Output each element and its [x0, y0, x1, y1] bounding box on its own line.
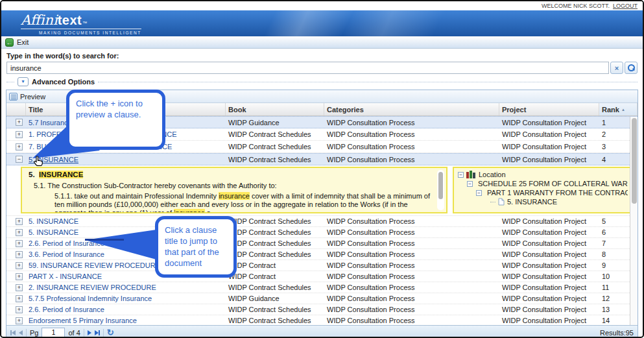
- expander-cell: +: [6, 251, 26, 258]
- page-count-label: of 4: [68, 329, 80, 337]
- expand-icon[interactable]: +: [16, 143, 23, 151]
- categories-cell: WIDP Consultation Process: [324, 228, 499, 236]
- expand-icon[interactable]: +: [16, 131, 23, 138]
- document-icon: [498, 198, 505, 206]
- tree-node-clause[interactable]: 5. INSURANCE: [490, 197, 628, 206]
- column-header-rank[interactable]: Rank▲: [599, 103, 638, 115]
- title-cell: Endorsement 5 Primary Insurance: [26, 317, 226, 324]
- column-header-categories[interactable]: Categories: [324, 103, 499, 115]
- categories-cell: WIDP Consultation Process: [324, 250, 499, 258]
- categories-cell: WIDP Consultation Process: [324, 306, 499, 313]
- logout-link[interactable]: LOGOUT: [613, 3, 638, 9]
- brand-bar: Affinitext™ MAKING DOCUMENTS INTELLIGENT: [1, 10, 643, 36]
- divider: [26, 329, 27, 337]
- search-label: Type in the word(s) to search for:: [1, 49, 643, 61]
- expander-cell: −: [6, 156, 26, 163]
- tree-collapse-icon[interactable]: −: [476, 190, 482, 196]
- callout-preview-clause: Click the + icon to preview a clause.: [66, 90, 165, 150]
- refresh-icon[interactable]: ↻: [107, 328, 114, 337]
- callout-tail: [82, 222, 160, 267]
- expand-icon[interactable]: +: [16, 218, 23, 225]
- clause-title-link[interactable]: 5.7.5 Professional Indemnity Insurance: [29, 295, 152, 302]
- title-cell: 5.7.5 Professional Indemnity Insurance: [26, 295, 226, 302]
- preview-button[interactable]: Preview: [20, 93, 45, 101]
- affinitext-logo: Affinitext™ MAKING DOCUMENTS INTELLIGENT: [21, 12, 141, 35]
- book-cell: WIDP Guidance: [226, 295, 324, 302]
- clause-title-link[interactable]: 2. INSURANCE REVIEW PROCEDURE: [29, 284, 156, 291]
- project-cell: WIDP Consultation Project: [499, 119, 599, 127]
- exit-button[interactable]: Exit: [17, 38, 29, 46]
- clause-title-link[interactable]: 5. INSURANCE: [29, 217, 78, 225]
- next-page-button[interactable]: [88, 330, 91, 335]
- categories-cell: WIDP Consultation Process: [324, 284, 499, 291]
- page-number-input[interactable]: [42, 328, 65, 337]
- column-header-book[interactable]: Book: [226, 103, 324, 115]
- clause-title-link[interactable]: PART X - INSURANCE: [29, 272, 102, 280]
- first-page-button[interactable]: [10, 330, 16, 335]
- book-cell: WIDP Contract Schedules: [226, 228, 324, 236]
- sort-ascending-icon: ▲: [621, 108, 625, 112]
- preview-icon: [9, 93, 18, 101]
- clear-search-button[interactable]: ×: [610, 62, 623, 74]
- highlighted-term: INSURANCE: [39, 171, 83, 178]
- clause-title-link[interactable]: Endorsement 5 Primary Insurance: [29, 317, 137, 324]
- book-cell: WIDP Contract Schedules: [226, 250, 324, 258]
- search-input[interactable]: [6, 62, 609, 74]
- expand-icon[interactable]: +: [16, 317, 23, 324]
- expand-icon[interactable]: +: [16, 229, 23, 236]
- affinitext-search-window: WELCOME NICK SCOTT. LOGOUT Affinitext™ M…: [0, 0, 644, 338]
- logo-text: text: [58, 13, 82, 28]
- collapse-icon[interactable]: −: [16, 156, 23, 163]
- categories-cell: WIDP Consultation Process: [324, 295, 499, 302]
- expander-cell: +: [6, 131, 26, 138]
- preview-scrollbar-thumb[interactable]: [438, 172, 443, 199]
- expand-icon[interactable]: +: [16, 240, 23, 247]
- clause-preview-panel: 5. INSURANCE 5.1. The Construction Sub-C…: [6, 165, 638, 216]
- column-header-project[interactable]: Project: [499, 103, 599, 115]
- clause-title-link[interactable]: 2.6. Period of Insurance: [29, 306, 104, 313]
- book-cell: WIDP Contract Schedules: [226, 156, 324, 163]
- tree-node-schedule[interactable]: − SCHEDULE 25 FORM OF COLLATERAL WARRANT…: [467, 179, 628, 188]
- categories-cell: WIDP Consultation Process: [324, 317, 499, 324]
- expand-icon[interactable]: +: [16, 273, 23, 280]
- tree-node-part[interactable]: − PART 1 WARRANTY FROM THE CONTRACTOR'S.…: [476, 188, 628, 197]
- expander-cell: +: [6, 229, 26, 236]
- grid-scrollbar[interactable]: [630, 117, 638, 325]
- table-row: +2. INSURANCE REVIEW PROCEDUREWIDP Contr…: [6, 282, 638, 293]
- results-count: Results:95: [600, 329, 634, 337]
- clause-subparagraph: 5.1.1. take out and maintain Professiona…: [54, 192, 433, 213]
- expander-cell: +: [6, 262, 26, 269]
- expander-cell: +: [6, 119, 26, 126]
- title-cell: 2. INSURANCE REVIEW PROCEDURE: [26, 284, 226, 291]
- expand-icon[interactable]: +: [16, 306, 23, 313]
- highlighted-term: insurance: [174, 209, 205, 213]
- logo-affini: Affini: [21, 12, 58, 28]
- expand-icon[interactable]: +: [16, 119, 23, 126]
- last-page-button[interactable]: [95, 330, 100, 335]
- preview-scrollbar[interactable]: [437, 170, 444, 210]
- project-cell: WIDP Consultation Project: [499, 228, 599, 236]
- expand-icon[interactable]: +: [16, 262, 23, 269]
- page-label: Pg: [30, 329, 38, 337]
- exit-back-arrow-icon: ←: [5, 38, 14, 47]
- divider: [103, 329, 104, 337]
- expand-icon[interactable]: +: [16, 251, 23, 258]
- search-button[interactable]: [625, 62, 638, 74]
- clause-title-link[interactable]: 5. INSURANCE: [29, 228, 78, 236]
- project-cell: WIDP Consultation Project: [499, 306, 599, 313]
- tree-collapse-icon[interactable]: −: [467, 181, 473, 187]
- book-cell: WIDP Contract Schedules: [226, 239, 324, 247]
- expander-cell: +: [6, 273, 26, 280]
- expand-icon[interactable]: +: [16, 295, 23, 302]
- tree-node-location[interactable]: − Location: [458, 170, 628, 179]
- book-cell: WIDP Contract: [226, 272, 324, 280]
- tree-collapse-icon[interactable]: −: [458, 172, 464, 178]
- grid-scrollbar-thumb[interactable]: [632, 118, 637, 204]
- expand-icon[interactable]: +: [16, 284, 23, 291]
- books-icon: [466, 171, 476, 178]
- advanced-options-toggle[interactable]: ▾: [18, 77, 29, 86]
- previous-page-button[interactable]: [19, 330, 23, 335]
- categories-cell: WIDP Consultation Process: [324, 272, 499, 280]
- search-row: ×: [1, 61, 643, 75]
- divider: [98, 82, 638, 82]
